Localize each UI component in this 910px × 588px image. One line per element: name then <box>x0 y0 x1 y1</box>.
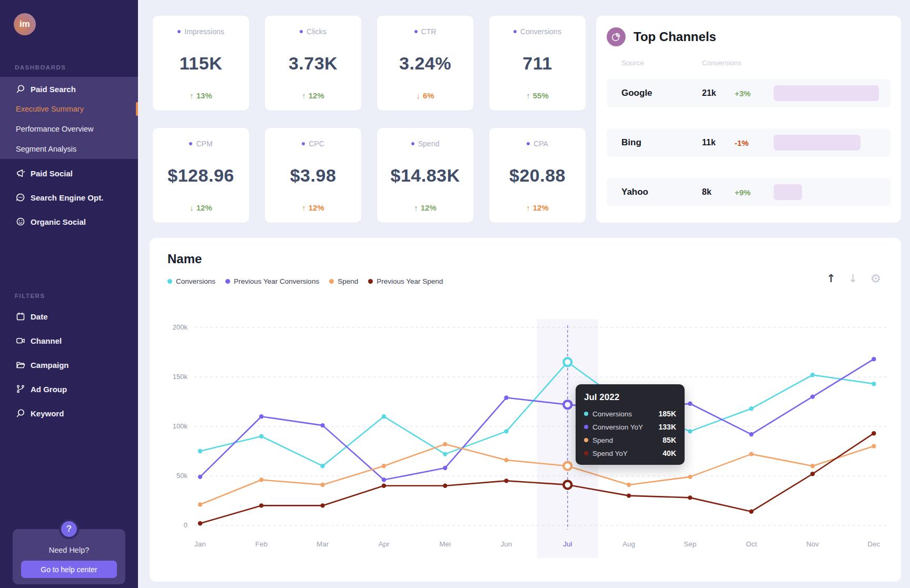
filter-item-label: Campaign <box>31 361 69 370</box>
channel-conversions: 8k <box>702 187 711 197</box>
kpi-value: $20.88 <box>509 148 566 203</box>
kpi-delta: ↑12% <box>526 203 549 212</box>
filter-item-date[interactable]: Date <box>0 306 138 326</box>
active-indicator <box>136 102 138 116</box>
channel-delta: -1% <box>735 138 749 147</box>
kpi-label: Impressions <box>177 27 224 36</box>
kpi-card-impressions: Impressions 115K ↑13% <box>153 16 249 111</box>
calendar-icon <box>15 311 26 322</box>
svg-text:Jan: Jan <box>194 540 206 548</box>
trend-arrow-icon: ↑ <box>302 203 306 212</box>
channel-delta: +9% <box>735 188 750 197</box>
sidebar-item-search-engine-opt[interactable]: Search Engine Opt. <box>0 187 138 207</box>
trend-arrow-icon: ↑ <box>302 91 306 100</box>
channel-bar <box>774 184 802 200</box>
chart-card: Name Conversions Previous Year Conversio… <box>150 238 901 582</box>
sidebar-item-executive-summary[interactable]: Executive Summary <box>0 99 138 119</box>
kpi-label: CPA <box>527 139 548 148</box>
dashboards-section-label: DASHBOARDS <box>15 64 66 71</box>
chart-legend: Conversions Previous Year Conversions Sp… <box>167 277 443 285</box>
sidebar-item-label: Paid Search <box>31 85 76 94</box>
tooltip-title: Jul 2022 <box>584 392 676 403</box>
series-dot-icon <box>584 451 588 455</box>
legend-item-previous-year-conversions[interactable]: Previous Year Conversions <box>225 277 319 285</box>
kpi-value: $3.98 <box>290 148 337 203</box>
sidebar-item-label: Performance Overview <box>16 125 93 133</box>
sidebar-item-label: Paid Social <box>31 169 73 178</box>
trend-arrow-icon: ↑ <box>526 91 530 100</box>
help-center-button[interactable]: Go to help center <box>21 561 117 578</box>
bullet-dot-icon <box>527 142 530 145</box>
sort-down-icon[interactable]: ↓ <box>848 273 858 284</box>
bullet-dot-icon <box>414 30 418 33</box>
kpi-delta: ↑13% <box>190 91 212 100</box>
series-dot-icon <box>584 425 588 429</box>
filter-item-ad-group[interactable]: Ad Group <box>0 379 138 399</box>
filter-item-channel[interactable]: Channel <box>0 331 138 351</box>
channel-conversions: 21k <box>702 88 716 98</box>
trend-arrow-icon: ↑ <box>414 203 418 212</box>
sidebar-item-segment-analysis[interactable]: Segment Analysis <box>0 139 138 159</box>
app-logo[interactable]: im <box>14 13 36 35</box>
kpi-card-spend: Spend $14.83K ↑12% <box>377 128 473 223</box>
sidebar-item-label: Search Engine Opt. <box>31 193 103 202</box>
bullet-dot-icon <box>513 30 517 33</box>
legend-item-spend[interactable]: Spend <box>329 277 358 285</box>
kpi-delta: ↓12% <box>190 203 212 212</box>
kpi-card-cpm: CPM $128.96 ↓12% <box>153 128 249 223</box>
svg-text:Mei: Mei <box>439 540 451 548</box>
table-row-google[interactable]: Google 21k +3% <box>607 79 891 107</box>
chart-toolbar: ↑ ↓ ⚙ <box>826 273 881 285</box>
sidebar-item-label: Segment Analysis <box>16 145 76 153</box>
megaphone-icon <box>15 168 26 178</box>
table-row-yahoo[interactable]: Yahoo 8k +9% <box>607 178 891 206</box>
chart-tooltip: Jul 2022 Conversions185K Conversion YoY1… <box>576 384 685 465</box>
tooltip-row: Conversions185K <box>584 410 676 418</box>
trend-arrow-icon: ↓ <box>416 91 420 100</box>
table-row-bing[interactable]: Bing 11k -1% <box>607 128 891 157</box>
channel-name: Google <box>621 88 652 98</box>
filter-item-campaign[interactable]: Campaign <box>0 355 138 375</box>
svg-text:Oct: Oct <box>746 540 757 548</box>
gear-icon[interactable]: ⚙ <box>870 273 881 285</box>
kpi-label: Clicks <box>300 27 326 36</box>
sidebar-item-paid-social[interactable]: Paid Social <box>0 163 138 183</box>
kpi-delta: ↑12% <box>302 91 324 100</box>
help-title: Need Help? <box>13 546 125 554</box>
smiley-icon <box>15 216 26 227</box>
series-dot-icon <box>584 412 588 416</box>
kpi-value: $128.96 <box>167 148 234 203</box>
chart-title: Name <box>167 252 202 266</box>
legend-item-conversions[interactable]: Conversions <box>167 277 215 285</box>
tooltip-row: Spend85K <box>584 436 676 444</box>
kpi-card-cpc: CPC $3.98 ↑12% <box>265 128 361 223</box>
filters-section-label: FILTERS <box>15 293 45 299</box>
kpi-card-clicks: Clicks 3.73K ↑12% <box>265 16 361 111</box>
legend-dot-icon <box>329 279 334 284</box>
svg-text:50k: 50k <box>176 472 187 480</box>
kpi-label: CPM <box>189 139 212 148</box>
kpi-delta: ↑12% <box>414 203 437 212</box>
video-camera-icon <box>15 335 26 346</box>
channel-bar <box>774 85 879 101</box>
line-chart[interactable]: 050k100k150k200kJanFebMarAprMeiJunJulAug… <box>150 295 901 582</box>
chat-bubble-icon <box>15 192 26 203</box>
sidebar-item-performance-overview[interactable]: Performance Overview <box>0 119 138 139</box>
svg-text:Aug: Aug <box>622 540 635 548</box>
sidebar-item-paid-search[interactable]: Paid Search <box>0 79 138 99</box>
kpi-label: Spend <box>411 139 439 148</box>
kpi-value: $14.83K <box>390 148 460 203</box>
svg-text:Dec: Dec <box>867 540 880 548</box>
bullet-dot-icon <box>302 142 305 145</box>
svg-text:Nov: Nov <box>806 540 819 548</box>
sidebar-item-organic-social[interactable]: Organic Social <box>0 212 138 232</box>
bullet-dot-icon <box>300 30 303 33</box>
sort-up-icon[interactable]: ↑ <box>826 273 836 284</box>
column-header-conversions: Conversions <box>702 59 741 67</box>
svg-text:200k: 200k <box>173 323 188 331</box>
kpi-value: 115K <box>180 36 222 91</box>
channel-conversions: 11k <box>702 138 716 147</box>
filter-item-keyword[interactable]: Keyword <box>0 403 138 423</box>
kpi-card-conversions: Conversions 711 ↑55% <box>489 16 586 111</box>
legend-item-previous-year-spend[interactable]: Previous Year Spend <box>368 277 443 285</box>
